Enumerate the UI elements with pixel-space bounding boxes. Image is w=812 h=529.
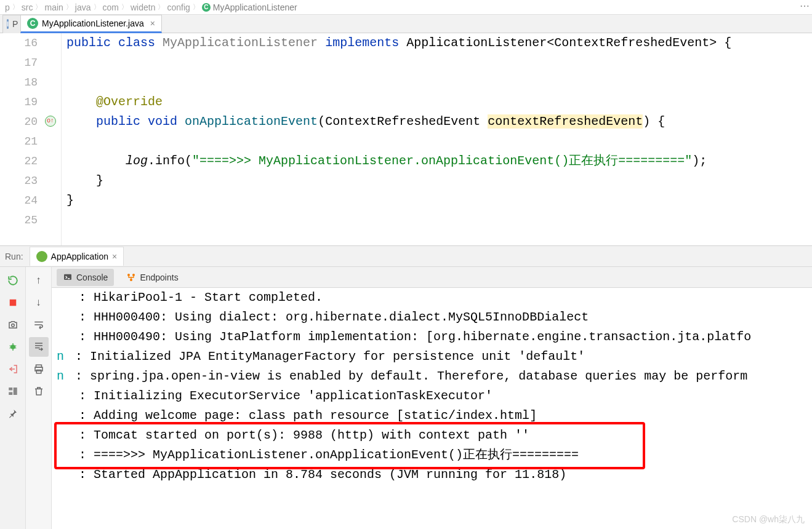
console-output[interactable]: : HikariPool-1 - Start completed. : HHH0…	[52, 288, 812, 529]
crumb[interactable]: config	[167, 2, 190, 12]
down-arrow-icon[interactable]: ↓	[29, 293, 49, 312]
stop-button[interactable]	[3, 293, 23, 312]
code-editor[interactable]: 1617181920o↑2122232425 public class MyAp…	[0, 33, 812, 246]
class-icon: C	[27, 18, 38, 29]
chevron-right-icon: 〉	[12, 2, 19, 12]
pin-icon[interactable]	[3, 404, 23, 423]
chevron-right-icon: 〉	[94, 2, 100, 12]
console-tab[interactable]: Console	[57, 269, 114, 286]
layout-icon[interactable]	[3, 381, 23, 401]
rerun-button[interactable]	[3, 271, 23, 290]
close-icon[interactable]: ×	[150, 18, 155, 28]
crumb[interactable]: com	[103, 2, 119, 12]
crumb[interactable]: main	[44, 2, 63, 12]
run-config-tab[interactable]: AppApplication ×	[30, 247, 124, 266]
editor-tabs: I P C MyApplicationListener.java ×	[0, 15, 812, 33]
endpoints-tab[interactable]: Endpoints	[120, 269, 184, 286]
chevron-right-icon: 〉	[66, 2, 73, 12]
console-icon	[63, 272, 73, 282]
code-area[interactable]: public class MyApplicationListener imple…	[62, 33, 812, 245]
chevron-right-icon: 〉	[121, 2, 128, 12]
trash-icon[interactable]	[29, 381, 49, 401]
crumb[interactable]: p	[5, 2, 10, 12]
svg-rect-4	[9, 392, 12, 396]
interface-icon: I	[7, 19, 9, 29]
toolbar-overflow-icon[interactable]: ⋯	[800, 0, 810, 12]
scroll-to-end-icon[interactable]	[29, 337, 49, 357]
console-main: Console Endpoints : HikariPool-1 - Start…	[52, 267, 812, 529]
bug-icon[interactable]	[3, 337, 23, 357]
run-toolbar-secondary: ↑ ↓	[26, 267, 52, 529]
class-icon: C	[202, 3, 211, 12]
crumb[interactable]: java	[75, 2, 91, 12]
crumb[interactable]: widetn	[131, 2, 155, 12]
crumb-current[interactable]: MyApplicationListener	[213, 2, 297, 12]
endpoints-icon	[126, 272, 136, 282]
override-gutter-icon[interactable]: o↑	[45, 116, 56, 127]
svg-point-1	[11, 324, 14, 327]
tab-inactive[interactable]: I P	[2, 15, 21, 33]
run-toolbar-primary	[0, 267, 26, 529]
print-icon[interactable]	[29, 359, 49, 379]
breadcrumb: p 〉 src 〉 main 〉 java 〉 com 〉 widetn 〉 c…	[0, 0, 812, 15]
svg-point-12	[130, 279, 132, 281]
console-subtabs: Console Endpoints	[52, 267, 812, 288]
endpoints-tab-label: Endpoints	[140, 272, 178, 282]
spring-boot-icon	[36, 251, 47, 262]
watermark: CSDN @wh柒八九	[732, 514, 805, 525]
tab-active[interactable]: C MyApplicationListener.java ×	[20, 15, 162, 33]
soft-wrap-icon[interactable]	[29, 315, 49, 335]
chevron-right-icon: 〉	[35, 2, 42, 12]
chevron-right-icon: 〉	[193, 2, 199, 12]
line-gutter: 1617181920o↑2122232425	[0, 33, 62, 245]
svg-rect-5	[13, 388, 17, 395]
svg-point-2	[10, 344, 15, 349]
crumb[interactable]: src	[22, 2, 33, 12]
svg-point-10	[127, 274, 130, 276]
svg-point-11	[132, 274, 135, 276]
exit-icon[interactable]	[3, 359, 23, 379]
console-tab-label: Console	[76, 272, 108, 282]
close-icon[interactable]: ×	[112, 252, 117, 261]
tab-filename: MyApplicationListener.java	[42, 18, 144, 28]
svg-rect-3	[9, 388, 12, 391]
run-panel: ↑ ↓ Console Endpoints : HikariPool-1 - S…	[0, 267, 812, 529]
run-panel-header: Run: AppApplication ×	[0, 246, 812, 267]
run-label: Run:	[5, 252, 23, 261]
camera-icon[interactable]	[3, 315, 23, 335]
tab-label: P	[12, 19, 18, 29]
chevron-right-icon: 〉	[158, 2, 164, 12]
svg-rect-0	[9, 300, 16, 306]
up-arrow-icon[interactable]: ↑	[29, 271, 49, 290]
run-config-name: AppApplication	[51, 252, 108, 261]
